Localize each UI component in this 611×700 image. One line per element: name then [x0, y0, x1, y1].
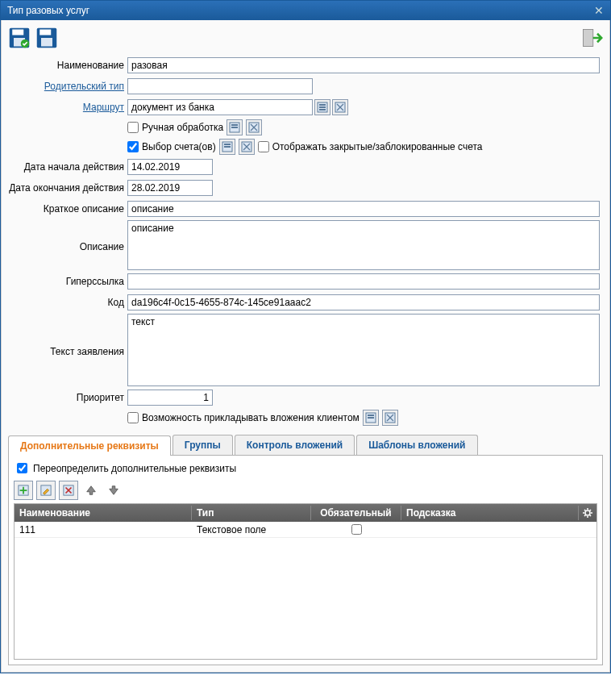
name-input[interactable]: [127, 57, 600, 73]
priority-input[interactable]: [127, 390, 213, 406]
tab-attachment-templates[interactable]: Шаблоны вложений: [356, 435, 477, 455]
svg-rect-22: [368, 415, 374, 416]
account-lookup-button[interactable]: [219, 139, 235, 155]
tab-attachment-control[interactable]: Контроль вложений: [235, 435, 355, 455]
grid-edit-button[interactable]: [36, 481, 56, 500]
manual-lookup-button[interactable]: [227, 119, 243, 135]
route-lookup-button[interactable]: [314, 99, 330, 115]
short-desc-label: Краткое описание: [8, 203, 127, 215]
cell-name: 111: [15, 523, 192, 536]
svg-rect-10: [319, 106, 326, 108]
grid-settings-icon[interactable]: [579, 507, 596, 519]
svg-rect-18: [224, 144, 231, 145]
grid-header-type[interactable]: Тип: [192, 506, 311, 520]
svg-rect-1: [12, 30, 23, 35]
hyperlink-label: Гиперссылка: [8, 276, 127, 287]
svg-rect-14: [231, 124, 238, 126]
desc-label: Описание: [8, 220, 127, 252]
route-input[interactable]: [127, 99, 313, 115]
cell-required[interactable]: [311, 521, 401, 538]
tab-groups[interactable]: Группы: [172, 435, 233, 455]
statement-text-textarea[interactable]: [127, 314, 600, 386]
save-and-close-button[interactable]: [8, 27, 31, 49]
grid-header-name[interactable]: Наименование: [15, 506, 192, 520]
code-label: Код: [8, 297, 127, 308]
close-icon[interactable]: ✕: [594, 4, 604, 17]
parent-type-input[interactable]: [127, 78, 313, 94]
desc-textarea[interactable]: [127, 220, 600, 270]
attach-ability-checkbox[interactable]: [127, 412, 139, 423]
statement-text-label: Текст заявления: [8, 314, 127, 357]
show-closed-label: Отображать закрытые/заблокированные счет…: [272, 141, 483, 152]
route-label[interactable]: Маршрут: [8, 102, 127, 113]
date-start-input[interactable]: [127, 159, 213, 175]
route-clear-button[interactable]: [332, 99, 348, 115]
svg-rect-15: [231, 127, 238, 128]
override-label: Переопределить дополнительные реквизиты: [33, 463, 236, 474]
svg-rect-11: [319, 109, 326, 110]
attach-lookup-button[interactable]: [363, 410, 379, 426]
svg-rect-6: [41, 38, 52, 47]
svg-rect-7: [584, 30, 593, 47]
move-down-button[interactable]: [104, 481, 123, 500]
date-end-input[interactable]: [127, 180, 213, 196]
priority-label: Приоритет: [8, 392, 127, 403]
date-start-label: Дата начала действия: [8, 161, 127, 173]
grid-delete-button[interactable]: [59, 481, 78, 500]
attach-ability-label: Возможность прикладывать вложения клиент…: [142, 412, 360, 423]
hyperlink-input[interactable]: [127, 273, 600, 290]
manual-clear-button[interactable]: [246, 119, 262, 135]
svg-rect-19: [224, 146, 231, 148]
table-row[interactable]: 111Текстовое поле: [15, 522, 596, 538]
grid-add-button[interactable]: [14, 481, 33, 500]
name-label: Наименование: [8, 60, 127, 71]
cell-type: Текстовое поле: [192, 523, 311, 536]
svg-rect-9: [319, 104, 326, 106]
window-title: Тип разовых услуг: [7, 5, 89, 16]
tab-additional-requisites[interactable]: Дополнительные реквизиты: [8, 435, 171, 456]
short-desc-input[interactable]: [127, 201, 600, 217]
move-up-button[interactable]: [81, 481, 101, 500]
date-end-label: Дата окончания действия: [8, 182, 127, 194]
show-closed-checkbox[interactable]: [258, 141, 269, 152]
manual-label: Ручная обработка: [142, 122, 223, 133]
account-clear-button[interactable]: [239, 139, 255, 155]
svg-point-28: [585, 510, 590, 515]
account-select-checkbox[interactable]: [127, 141, 139, 152]
attach-clear-button[interactable]: [382, 410, 398, 426]
account-select-label: Выбор счета(ов): [142, 141, 216, 152]
save-button[interactable]: [35, 27, 58, 49]
svg-rect-23: [368, 417, 374, 419]
cell-hint: [401, 529, 596, 531]
grid-header-hint[interactable]: Подсказка: [401, 506, 579, 520]
manual-checkbox[interactable]: [127, 122, 139, 133]
exit-button[interactable]: [580, 27, 603, 49]
override-checkbox[interactable]: [17, 463, 27, 473]
svg-rect-5: [39, 30, 51, 35]
grid-header-required[interactable]: Обязательный: [311, 506, 401, 520]
code-input[interactable]: [127, 294, 600, 310]
parent-type-label[interactable]: Родительский тип: [8, 81, 127, 92]
